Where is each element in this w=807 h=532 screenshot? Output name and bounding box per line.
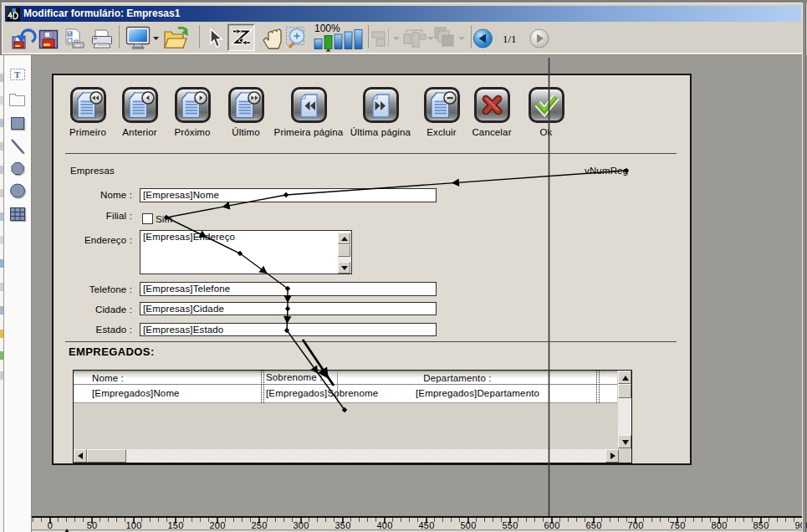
svg-text:T: T	[14, 69, 21, 79]
svg-text:1/1: 1/1	[503, 33, 517, 45]
svg-text:100%: 100%	[314, 23, 340, 34]
